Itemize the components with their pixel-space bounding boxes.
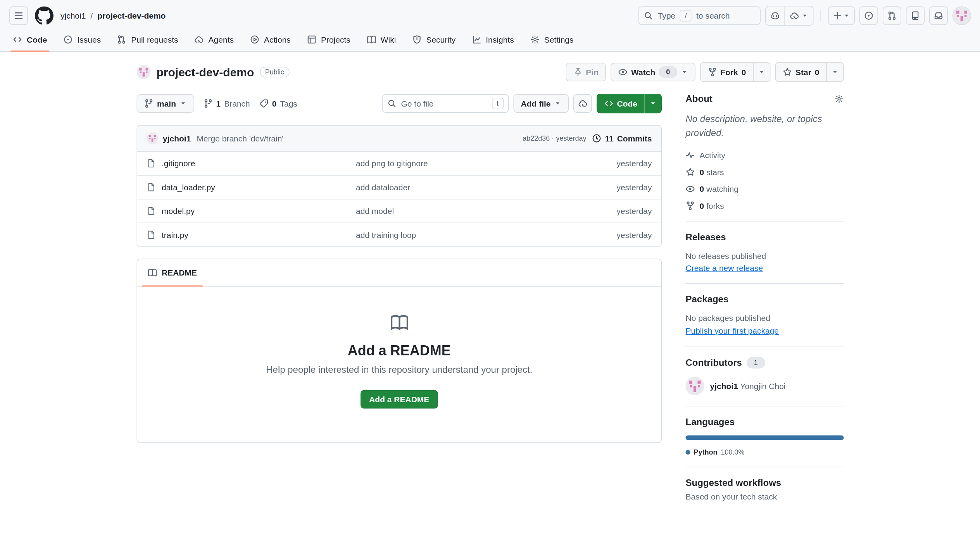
tab-security[interactable]: Security [406, 30, 461, 51]
file-commit-message[interactable]: add dataloader [356, 183, 616, 192]
activity-link[interactable]: Activity [686, 151, 844, 160]
shield-icon [412, 35, 421, 44]
file-commit-message[interactable]: add png to gitignore [356, 159, 616, 168]
hamburger-menu-button[interactable] [9, 7, 28, 25]
book-icon [390, 314, 409, 332]
star-button[interactable]: Star 0 [776, 63, 826, 81]
global-search-input[interactable]: Type / to search [638, 7, 761, 25]
go-to-file-placeholder: Go to file [401, 99, 487, 108]
languages-section: Languages Python 100.0% [686, 406, 844, 467]
commit-author[interactable]: yjchoi1 [163, 134, 191, 143]
create-new-button[interactable] [828, 7, 855, 25]
file-link[interactable]: .gitignore [162, 159, 195, 168]
plus-icon [833, 11, 842, 21]
stars-link[interactable]: 0 stars [686, 167, 844, 177]
tag-icon [259, 99, 269, 108]
user-avatar-button[interactable] [952, 7, 971, 25]
workflows-title: Suggested workflows [686, 478, 844, 488]
file-commit-time: yesterday [616, 230, 652, 239]
go-to-file-input[interactable]: Go to file t [382, 94, 509, 113]
gear-icon [530, 35, 540, 44]
language-item[interactable]: Python 100.0% [686, 448, 844, 456]
search-icon [387, 99, 396, 108]
app-header: yjchoi1 / project-dev-demo Type / to sea… [0, 0, 980, 52]
user-identicon [953, 7, 971, 24]
tab-agents[interactable]: Agents [189, 30, 240, 51]
breadcrumb-owner[interactable]: yjchoi1 [60, 11, 86, 21]
tab-projects[interactable]: Projects [301, 30, 356, 51]
packages-title: Packages [686, 295, 844, 305]
commit-sha[interactable]: ab22d36 [523, 134, 550, 143]
tab-pull-requests[interactable]: Pull requests [111, 30, 184, 51]
repo-owner-avatar[interactable] [137, 65, 151, 79]
file-commit-message[interactable]: add model [356, 207, 616, 216]
copilot-agent-button[interactable] [573, 94, 592, 113]
code-button[interactable]: Code [597, 94, 645, 113]
contributor-login[interactable]: yjchoi1 [710, 381, 738, 391]
file-link[interactable]: model.py [162, 207, 195, 216]
language-bar-python [686, 435, 844, 440]
issues-header-button[interactable] [859, 7, 878, 25]
issue-opened-icon [864, 11, 873, 21]
branch-selector[interactable]: main [137, 94, 194, 113]
tab-readme[interactable]: README [142, 259, 203, 286]
star-count: 0 [815, 67, 820, 77]
create-release-link[interactable]: Create a new release [686, 264, 763, 273]
pin-button[interactable]: Pin [566, 63, 606, 81]
branches-link[interactable]: 1Branch [204, 99, 250, 108]
latest-commit-row: yjchoi1 Merge branch 'dev/train' ab22d36… [137, 126, 661, 151]
tab-insights[interactable]: Insights [466, 30, 519, 51]
tab-code[interactable]: Code [7, 30, 53, 51]
commit-time[interactable]: yesterday [556, 134, 586, 143]
add-file-button[interactable]: Add file [513, 94, 569, 113]
repo-nav-tabs: Code Issues Pull requests Agents Actions… [0, 30, 980, 51]
file-commit-message[interactable]: add training loop [356, 230, 616, 239]
repo-book-icon [911, 11, 920, 21]
eye-icon [686, 184, 695, 194]
edit-repo-details-button[interactable] [835, 94, 844, 103]
github-repo-page: yjchoi1 / project-dev-demo Type / to sea… [0, 0, 980, 534]
tab-wiki[interactable]: Wiki [361, 30, 402, 51]
repo-title-row: project-dev-demo Public Pin Watch 0 [137, 52, 844, 91]
github-logo[interactable] [35, 7, 53, 25]
file-link[interactable]: train.py [162, 230, 188, 239]
star-button-group: Star 0 [775, 62, 844, 82]
code-button-group: Code [597, 94, 662, 114]
play-icon [250, 35, 259, 44]
watch-button[interactable]: Watch 0 [611, 63, 695, 81]
breadcrumb-repo[interactable]: project-dev-demo [97, 11, 166, 21]
pull-requests-header-button[interactable] [883, 7, 901, 25]
repositories-header-button[interactable] [906, 7, 925, 25]
file-commit-time: yesterday [616, 159, 652, 168]
agent-tasks-button[interactable] [785, 7, 813, 25]
tab-issues[interactable]: Issues [58, 30, 107, 51]
commit-meta: ab22d36 · yesterday [523, 134, 586, 143]
tab-settings[interactable]: Settings [525, 30, 580, 51]
star-dropdown[interactable] [826, 63, 844, 81]
fork-dropdown[interactable] [753, 63, 770, 81]
publish-package-link[interactable]: Publish your first package [686, 326, 779, 335]
tab-actions[interactable]: Actions [244, 30, 297, 51]
fork-button[interactable]: Fork 0 [700, 63, 753, 81]
watching-link[interactable]: 0 watching [686, 184, 844, 194]
code-icon [604, 99, 614, 108]
commit-author-avatar[interactable] [147, 133, 158, 144]
code-dropdown[interactable] [644, 94, 661, 113]
readme-empty-subtitle: Help people interested in this repositor… [266, 365, 532, 375]
commit-history-link[interactable]: 11Commits [592, 134, 652, 143]
tags-link[interactable]: 0Tags [259, 99, 297, 108]
commit-message[interactable]: Merge branch 'dev/train' [197, 134, 283, 143]
chevron-down-icon [554, 100, 561, 107]
file-browser: yjchoi1 Merge branch 'dev/train' ab22d36… [137, 125, 662, 247]
language-dot [686, 450, 690, 455]
t-key-hint: t [492, 98, 503, 109]
forks-link[interactable]: 0 forks [686, 201, 844, 210]
add-readme-button[interactable]: Add a README [361, 390, 438, 409]
workflows-subtitle: Based on your tech stack [686, 492, 844, 501]
cloud-terminal-icon [790, 11, 799, 21]
notifications-inbox-button[interactable] [929, 7, 948, 25]
contributor-avatar[interactable] [686, 377, 704, 395]
copilot-button[interactable] [766, 7, 785, 25]
file-link[interactable]: data_loader.py [162, 183, 215, 192]
fork-button-group: Fork 0 [700, 62, 771, 82]
